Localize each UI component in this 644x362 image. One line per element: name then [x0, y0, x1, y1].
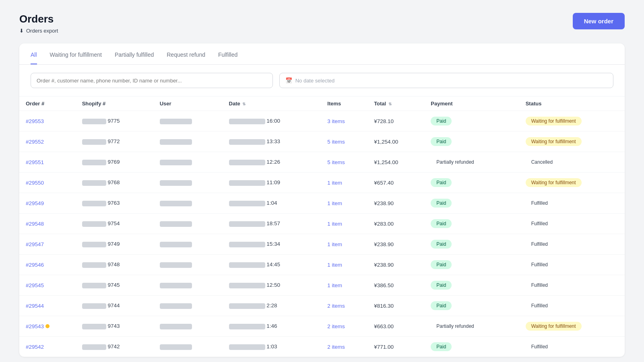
- shopify-cell: 9775: [76, 111, 153, 132]
- shopify-cell: 9745: [76, 275, 153, 296]
- status-cell: Fulfilled: [519, 255, 625, 275]
- col-order-num: Order #: [19, 97, 76, 111]
- order-link[interactable]: #29553: [26, 118, 44, 124]
- items-link[interactable]: 1 item: [327, 241, 342, 247]
- main-card: All Waiting for fulfillment Partially fu…: [19, 43, 625, 357]
- date-cell: 12:26: [223, 152, 321, 173]
- status-cell: Fulfilled: [519, 234, 625, 255]
- order-link[interactable]: #29551: [26, 159, 44, 165]
- blurred-shopify-prefix: [82, 201, 106, 206]
- status-badge: Waiting for fulfillment: [526, 117, 582, 125]
- date-cell: 2:28: [223, 296, 321, 316]
- payment-cell: Paid: [424, 132, 519, 152]
- user-cell: [153, 337, 223, 357]
- col-total[interactable]: Total ⇅: [367, 97, 424, 111]
- order-link[interactable]: #29544: [26, 303, 44, 309]
- blurred-date: [229, 324, 265, 329]
- order-number-cell: #29544: [19, 296, 76, 316]
- table-header-row: Order # Shopify # User Date ⇅ Items Tota…: [19, 97, 625, 111]
- total-cell: ¥1,254.00: [367, 132, 424, 152]
- items-link[interactable]: 1 item: [327, 200, 342, 206]
- table-row[interactable]: #29542 9742 1:032 items¥771.00PaidFulfil…: [19, 337, 625, 357]
- items-link[interactable]: 5 items: [327, 139, 345, 145]
- tab-partial[interactable]: Partially fulfilled: [115, 51, 154, 64]
- payment-badge: Paid: [431, 178, 452, 187]
- shopify-cell: 9748: [76, 255, 153, 275]
- total-cell: ¥238.90: [367, 193, 424, 214]
- date-cell: 14:45: [223, 255, 321, 275]
- items-link[interactable]: 1 item: [327, 221, 342, 227]
- status-cell: Waiting for fulfillment: [519, 111, 625, 132]
- table-row[interactable]: #29544 9744 2:282 items¥816.30PaidFulfil…: [19, 296, 625, 316]
- header-left: Orders ⬇ Orders export: [19, 13, 58, 34]
- table-row[interactable]: #29553 9775 16:003 items¥728.10PaidWaiti…: [19, 111, 625, 132]
- order-link[interactable]: #29547: [26, 241, 44, 247]
- blurred-shopify-prefix: [82, 242, 106, 247]
- order-link[interactable]: #29546: [26, 262, 44, 268]
- col-date[interactable]: Date ⇅: [223, 97, 321, 111]
- blurred-user: [160, 324, 192, 329]
- new-order-button[interactable]: New order: [573, 13, 625, 29]
- items-link[interactable]: 1 item: [327, 180, 342, 186]
- payment-badge: Partially refunded: [431, 158, 479, 167]
- status-cell: Waiting for fulfillment: [519, 173, 625, 193]
- tab-waiting[interactable]: Waiting for fulfillment: [50, 51, 102, 64]
- tab-all[interactable]: All: [31, 51, 37, 64]
- items-link[interactable]: 1 item: [327, 262, 342, 268]
- search-input[interactable]: [31, 73, 273, 88]
- status-badge: Fulfilled: [526, 219, 553, 228]
- items-cell: 1 item: [321, 214, 367, 234]
- tab-fulfilled[interactable]: Fulfilled: [218, 51, 237, 64]
- table-row[interactable]: #29551 9769 12:265 items¥1,254.00Partial…: [19, 152, 625, 173]
- page-header: Orders ⬇ Orders export New order: [19, 13, 625, 34]
- order-link[interactable]: #29548: [26, 221, 44, 227]
- items-link[interactable]: 3 items: [327, 118, 345, 124]
- items-link[interactable]: 2 items: [327, 344, 345, 350]
- table-row[interactable]: #29548 9754 18:571 item¥283.00PaidFulfil…: [19, 214, 625, 234]
- payment-badge: Paid: [431, 301, 452, 310]
- status-badge: Waiting for fulfillment: [526, 178, 582, 187]
- payment-cell: Paid: [424, 234, 519, 255]
- shopify-cell: 9772: [76, 132, 153, 152]
- status-badge: Waiting for fulfillment: [526, 137, 582, 146]
- shopify-cell: 9754: [76, 214, 153, 234]
- table-row[interactable]: #29549 9763 1:041 item¥238.90PaidFulfill…: [19, 193, 625, 214]
- user-cell: [153, 234, 223, 255]
- items-link[interactable]: 2 items: [327, 323, 345, 329]
- order-link[interactable]: #29543: [26, 323, 44, 329]
- order-link[interactable]: #29552: [26, 139, 44, 145]
- export-link[interactable]: ⬇ Orders export: [19, 28, 58, 34]
- items-link[interactable]: 1 item: [327, 282, 342, 288]
- blurred-user: [160, 160, 192, 165]
- filters-row: 📅 No date selected: [19, 65, 625, 96]
- order-link[interactable]: #29550: [26, 180, 44, 186]
- table-row[interactable]: #29545 9745 12:501 item¥386.50PaidFulfil…: [19, 275, 625, 296]
- order-number-cell: #29542: [19, 337, 76, 357]
- items-cell: 1 item: [321, 275, 367, 296]
- date-cell: 1:46: [223, 316, 321, 337]
- payment-cell: Paid: [424, 214, 519, 234]
- user-cell: [153, 173, 223, 193]
- items-link[interactable]: 5 items: [327, 159, 345, 165]
- order-link[interactable]: #29542: [26, 344, 44, 350]
- table-row[interactable]: #29550 9768 11:091 item¥657.40PaidWaitin…: [19, 173, 625, 193]
- blurred-date: [229, 180, 265, 186]
- total-cell: ¥657.40: [367, 173, 424, 193]
- date-cell: 1:04: [223, 193, 321, 214]
- table-row[interactable]: #29552 9772 13:335 items¥1,254.00PaidWai…: [19, 132, 625, 152]
- table-row[interactable]: #29546 9748 14:451 item¥238.90PaidFulfil…: [19, 255, 625, 275]
- items-link[interactable]: 2 items: [327, 303, 345, 309]
- table-row[interactable]: #29543 9743 1:462 items¥663.00Partially …: [19, 316, 625, 337]
- user-cell: [153, 316, 223, 337]
- date-picker[interactable]: 📅 No date selected: [279, 73, 613, 88]
- table-row[interactable]: #29547 9749 15:341 item¥238.90PaidFulfil…: [19, 234, 625, 255]
- date-cell: 12:50: [223, 275, 321, 296]
- order-link[interactable]: #29545: [26, 282, 44, 288]
- order-link[interactable]: #29549: [26, 200, 44, 206]
- total-cell: ¥663.00: [367, 316, 424, 337]
- blurred-user: [160, 180, 192, 186]
- blurred-shopify-prefix: [82, 119, 106, 124]
- tab-refund[interactable]: Request refund: [167, 51, 205, 64]
- status-cell: Fulfilled: [519, 296, 625, 316]
- status-badge: Fulfilled: [526, 240, 553, 249]
